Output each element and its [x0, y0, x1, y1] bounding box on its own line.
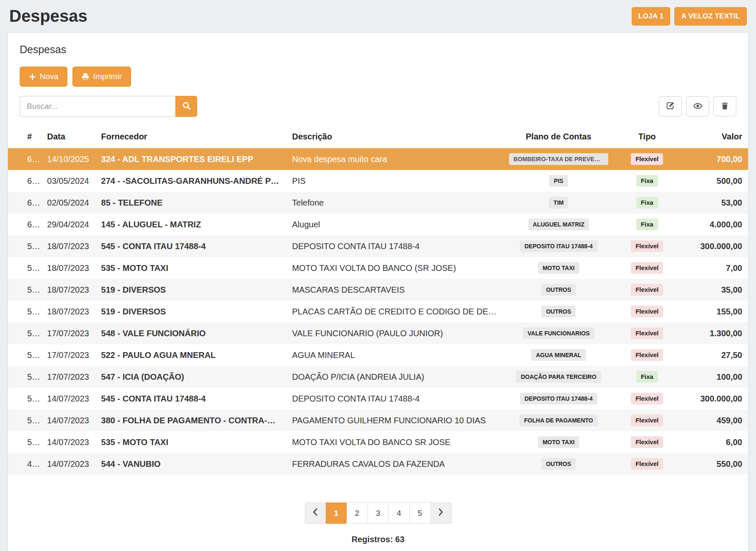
type-badge: Fixa	[636, 219, 658, 230]
edit-button[interactable]	[659, 96, 682, 116]
account-badge: OUTROS	[541, 458, 576, 470]
toolbar: Nova Imprimir	[8, 57, 748, 87]
cell-account: DEPOSITO ITAU 17488-4	[503, 235, 614, 257]
print-label: Imprimir	[93, 72, 122, 81]
table-row[interactable]: 5014/07/2023535 - MOTO TAXIMOTO TAXI VOL…	[8, 431, 748, 453]
table-row[interactable]: 5517/07/2023548 - VALE FUNCIONÁRIOVALE F…	[8, 322, 748, 344]
cell-description: PIS	[286, 170, 503, 192]
cell-type: Fixa	[614, 366, 680, 388]
cell-id: 51	[8, 409, 41, 431]
cell-id: 57	[8, 279, 41, 301]
cell-id: 64	[8, 148, 41, 170]
cell-type: Fixa	[614, 192, 680, 214]
cell-value: 459,00	[680, 409, 748, 431]
cell-description: FERRADURAS CAVALOS DA FAZENDA	[286, 453, 503, 475]
cell-description: Nova despesa muito cara	[286, 148, 503, 170]
chevron-left-icon	[312, 508, 318, 518]
cell-value: 100,00	[680, 366, 748, 388]
store-button-loja1[interactable]: LOJA 1	[632, 7, 671, 26]
account-badge: DEPOSITO ITAU 17488-4	[520, 240, 597, 252]
cell-value: 155,00	[680, 301, 748, 322]
cell-id: 50	[8, 431, 41, 453]
table-row[interactable]: 5618/07/2023519 - DIVERSOSPLACAS CARTÃO …	[8, 301, 748, 322]
table-row[interactable]: 6202/05/202485 - TELEFONETelefoneTIMFixa…	[8, 192, 748, 214]
new-expense-label: Nova	[40, 72, 58, 81]
table-row[interactable]: 5718/07/2023519 - DIVERSOSMASCARAS DESCA…	[8, 279, 748, 301]
account-badge: TIM	[549, 197, 568, 209]
cell-description: MOTO TAXI VOLTA DO BANCO SR JOSE	[286, 431, 503, 453]
type-badge: Flexível	[631, 327, 663, 339]
cell-account: OUTROS	[503, 279, 614, 301]
table-row[interactable]: 5918/07/2023545 - CONTA ITAU 17488-4DEPO…	[8, 235, 748, 257]
pagination-page-2[interactable]: 2	[347, 502, 368, 524]
table-row[interactable]: 5114/07/2023380 - FOLHA DE PAGAMENTO - C…	[8, 409, 748, 431]
table-row[interactable]: 6414/10/2025324 - ADL TRANSPORTES EIRELI…	[8, 148, 748, 170]
cell-id: 53	[8, 366, 41, 388]
cell-account: DOAÇÃO PARA TERCEIRO	[503, 366, 614, 388]
expenses-table: # Data Fornecedor Descrição Plano de Con…	[8, 127, 748, 475]
header-description: Descrição	[286, 127, 503, 148]
cell-description: MOTO TAXI VOLTA DO BANCO (SR JOSE)	[286, 257, 503, 279]
table-row[interactable]: 6303/05/2024274 - -SACOLITAS-GARANHUNS-A…	[8, 170, 748, 192]
cell-supplier: 535 - MOTO TAXI	[95, 257, 286, 279]
type-badge: Fixa	[636, 371, 658, 383]
header-value: Valor	[680, 127, 748, 148]
cell-supplier: 519 - DIVERSOS	[95, 301, 286, 322]
print-button[interactable]: Imprimir	[72, 67, 131, 87]
table-row[interactable]: 6029/04/2024145 - ALUGUEL - MATRIZAlugue…	[8, 214, 748, 235]
pagination-page-3[interactable]: 3	[368, 502, 389, 524]
cell-account: MOTO TAXI	[503, 257, 614, 279]
expense-rows: 6414/10/2025324 - ADL TRANSPORTES EIRELI…	[8, 148, 748, 475]
new-expense-button[interactable]: Nova	[20, 67, 67, 87]
table-row[interactable]: 5317/07/2023547 - ICIA (DOAÇÃO)DOAÇÃO P/…	[8, 366, 748, 388]
search-button[interactable]	[175, 96, 197, 117]
cell-account: ALUGUEL MATRIZ	[503, 214, 614, 235]
cell-supplier: 145 - ALUGUEL - MATRIZ	[95, 214, 286, 235]
plus-icon	[29, 73, 36, 80]
cell-supplier: 547 - ICIA (DOAÇÃO)	[95, 366, 286, 388]
search-input[interactable]	[20, 96, 175, 117]
cell-description: Aluguel	[286, 214, 503, 235]
view-button[interactable]	[686, 96, 709, 116]
account-badge: AGUA MINERAL	[531, 349, 586, 361]
cell-value: 700,00	[680, 148, 748, 170]
cell-date: 14/07/2023	[41, 409, 95, 431]
type-badge: Flexível	[631, 458, 663, 470]
pagination: 12345	[8, 502, 748, 524]
store-button-veloz-textil[interactable]: A VELOZ TEXTIL	[674, 7, 747, 26]
table-row[interactable]: 5818/07/2023535 - MOTO TAXIMOTO TAXI VOL…	[8, 257, 748, 279]
trash-icon	[721, 102, 729, 111]
pagination-prev-button[interactable]	[305, 502, 326, 524]
type-badge: Flexível	[631, 284, 663, 296]
account-badge: PIS	[549, 175, 568, 187]
table-row[interactable]: 4914/07/2023544 - VANUBIOFERRADURAS CAVA…	[8, 453, 748, 475]
cell-account: TIM	[503, 192, 614, 214]
cell-supplier: 545 - CONTA ITAU 17488-4	[95, 235, 286, 257]
pagination-page-1[interactable]: 1	[326, 502, 347, 524]
cell-account: DEPOSITO ITAU 17488-4	[503, 388, 614, 409]
top-header: Despesas LOJA 1 A VELOZ TEXTIL	[0, 0, 756, 31]
cell-supplier: 522 - PAULO AGUA MNERAL	[95, 344, 286, 366]
delete-button[interactable]	[713, 96, 736, 116]
type-badge: Flexível	[631, 240, 663, 252]
type-badge: Flexível	[631, 306, 663, 317]
cell-date: 14/07/2023	[41, 453, 95, 475]
cell-date: 18/07/2023	[41, 301, 95, 322]
pagination-next-button[interactable]	[430, 502, 452, 524]
cell-id: 63	[8, 170, 41, 192]
account-badge: MOTO TAXI	[538, 436, 579, 448]
pagination-page-4[interactable]: 4	[388, 502, 410, 524]
cell-value: 4.000,00	[680, 214, 748, 235]
cell-description: DEPOSITO CONTA ITAU 17488-4	[286, 388, 503, 409]
cell-supplier: 519 - DIVERSOS	[95, 279, 286, 301]
edit-icon	[666, 101, 675, 111]
row-actions	[659, 96, 736, 116]
pagination-page-5[interactable]: 5	[409, 502, 431, 524]
table-row[interactable]: 5417/07/2023522 - PAULO AGUA MNERALAGUA …	[8, 344, 748, 366]
table-row[interactable]: 5214/07/2023545 - CONTA ITAU 17488-4DEPO…	[8, 388, 748, 409]
cell-value: 550,00	[680, 453, 748, 475]
cell-account: BOMBEIRO-TAXA DE PREVEN ...	[503, 148, 614, 170]
cell-description: PLACAS CARTÃO DE CREDITO E CODIGO DE DEF…	[286, 301, 503, 322]
records-count: Registros: 63	[8, 535, 748, 544]
cell-value: 7,00	[680, 257, 748, 279]
